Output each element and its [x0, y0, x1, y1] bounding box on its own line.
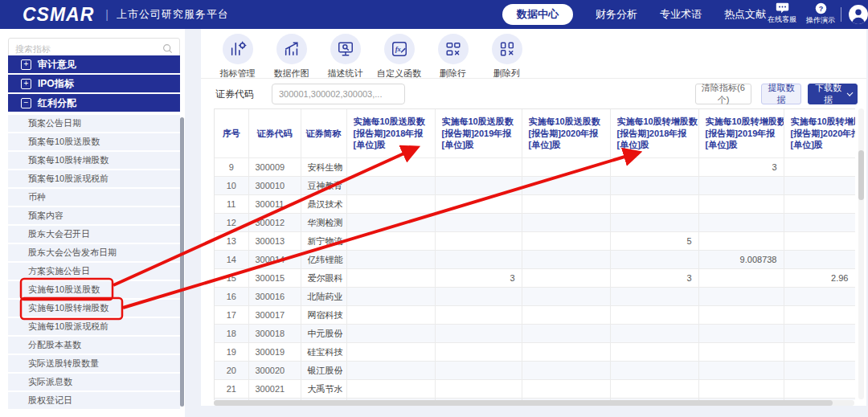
sidebar-item[interactable]: 预案每10股转增股数 [8, 152, 180, 169]
chart-gear-icon [223, 34, 253, 64]
toolbar-tool-fx[interactable]: fx自定义函数 [377, 34, 421, 80]
column-header: 实施每10股转增股数[报告期]2019年报[单位]股 [698, 109, 784, 158]
cell [522, 343, 610, 362]
sidebar-item[interactable]: 实施每10股送股数 [8, 281, 180, 298]
cell [784, 325, 855, 343]
cell [698, 362, 784, 380]
online-service-link[interactable]: 在线客服 [768, 2, 796, 25]
table-vertical-scrollbar[interactable] [858, 108, 864, 399]
sidebar-section-1[interactable]: +IPO指标 [8, 75, 180, 92]
cell: 300020 [248, 362, 301, 380]
cell [522, 306, 610, 325]
cell [522, 214, 610, 232]
sidebar-item[interactable]: 预案公告日期 [8, 115, 180, 132]
toolbar-tool-monitor-search[interactable]: 描述统计 [323, 34, 367, 80]
column-title: 实施每10股送股数 [354, 116, 428, 128]
cell: 网宿科技 [301, 306, 346, 325]
cell: 300012 [248, 214, 301, 232]
cell [346, 232, 435, 251]
sidebar-section-0[interactable]: +审计意见 [8, 55, 180, 73]
demo-link[interactable]: ? 操作演示 [806, 2, 835, 26]
cell [435, 232, 522, 251]
cell [698, 306, 784, 325]
expand-icon[interactable]: + [21, 79, 31, 89]
toolbar-tool-delete-col[interactable]: 删除列 [485, 34, 529, 80]
vertical-scroll-thumb[interactable] [858, 150, 864, 200]
column-header: 实施每10股转增股数[报告期]2020年报[单位]股 [784, 109, 855, 158]
sidebar-item[interactable]: 币种 [8, 189, 180, 206]
cell [784, 158, 855, 177]
sidebar-item[interactable]: 方案实施公告日 [8, 263, 180, 280]
toolbar-divider [201, 78, 866, 79]
cell [522, 362, 610, 380]
sidebar-section-2[interactable]: −红利分配 [8, 94, 180, 112]
sidebar-item[interactable]: 预案每10股送股数 [8, 133, 180, 150]
cell [522, 251, 610, 269]
table-row: 21300021大禹节水 [215, 380, 855, 399]
column-period: [报告期]2018年报 [617, 128, 692, 140]
user-avatar[interactable] [848, 4, 868, 25]
nav-hot-literature[interactable]: 热点文献 [724, 7, 766, 22]
logo-divider: | [105, 8, 108, 21]
cell: 13 [215, 232, 248, 251]
nav-financial-analysis[interactable]: 财务分析 [596, 7, 637, 22]
sidebar-item[interactable]: 实施每10股派现税前 [8, 318, 180, 335]
sidebar-item[interactable]: 实际送股转股数量 [8, 355, 180, 372]
column-period: [报告期]2019年报 [442, 128, 515, 140]
column-title: 实施每10股送股数 [442, 116, 515, 128]
sidebar-item[interactable]: 分配股本基数 [8, 337, 180, 354]
cell [698, 214, 784, 232]
cell [698, 195, 784, 214]
column-unit: [单位]股 [706, 139, 777, 151]
cell [435, 380, 522, 399]
security-code-input[interactable] [272, 84, 405, 104]
toolbar-tool-chart-up[interactable]: 数据作图 [269, 34, 313, 80]
chevron-down-icon [846, 90, 853, 96]
nav-terminology[interactable]: 专业术语 [660, 7, 702, 22]
column-header: 实施每10股送股数[报告期]2020年报[单位]股 [522, 109, 610, 158]
cell [784, 362, 855, 380]
table-row: 17300017网宿科技 [215, 306, 855, 325]
table-row: 20300020银江股份 [215, 362, 855, 380]
data-table-wrap: 序号证券代码证券简称实施每10股送股数[报告期]2018年报[单位]股实施每10… [214, 108, 855, 400]
sidebar-item[interactable]: 预案每10股派现税前 [8, 170, 180, 187]
sidebar-item[interactable]: 实施每10股转增股数 [8, 300, 180, 317]
top-header: CSMAR | 上市公司研究服务平台 数据中心 财务分析 专业术语 热点文献 在… [0, 0, 868, 29]
table-horizontal-scrollbar[interactable] [214, 400, 854, 406]
search-icon [162, 43, 173, 54]
demo-label: 操作演示 [806, 15, 835, 26]
cell [346, 306, 435, 325]
toolbar-tool-chart-gear[interactable]: 指标管理 [215, 34, 260, 80]
nav-data-center[interactable]: 数据中心 [502, 4, 573, 25]
expand-icon[interactable]: + [21, 59, 31, 70]
cell: 5 [610, 232, 698, 251]
collapse-icon[interactable]: − [21, 98, 31, 108]
download-data-button[interactable]: 下载数据 [808, 84, 858, 104]
cell [698, 177, 784, 195]
toolbar-tool-delete-row[interactable]: 删除行 [431, 34, 475, 80]
extract-data-button[interactable]: 提取数据 [761, 84, 801, 104]
column-period: [报告期]2019年报 [706, 128, 777, 140]
cell [610, 380, 698, 399]
sidebar-item[interactable]: 股东大会公告发布日期 [8, 244, 180, 261]
sidebar-scrollbar[interactable] [180, 117, 184, 407]
search-input[interactable] [9, 44, 162, 54]
sidebar-item[interactable]: 实际派息数 [8, 374, 180, 390]
cell [784, 232, 855, 251]
cell [435, 288, 522, 306]
sidebar-item[interactable]: 股东大会召开日 [8, 226, 180, 243]
sidebar-item[interactable]: 预案内容 [8, 207, 180, 224]
cell: 豆神教育 [301, 177, 346, 195]
clear-indicators-button[interactable]: 清除指标(6个) [695, 84, 751, 104]
sidebar-sections: +审计意见+IPO指标−红利分配 [0, 55, 185, 113]
sidebar-item[interactable]: 股权登记日 [8, 392, 180, 409]
platform-subtitle: 上市公司研究服务平台 [117, 7, 229, 22]
chat-icon [776, 2, 789, 14]
column-period: [报告期]2020年报 [791, 128, 849, 140]
cell: 10 [215, 177, 248, 195]
cell [346, 343, 435, 362]
table-row: 9300009安科生物3 [215, 158, 855, 177]
horizontal-scroll-thumb[interactable] [214, 400, 833, 406]
cell [610, 214, 698, 232]
sidebar-section-label: 红利分配 [38, 96, 76, 110]
